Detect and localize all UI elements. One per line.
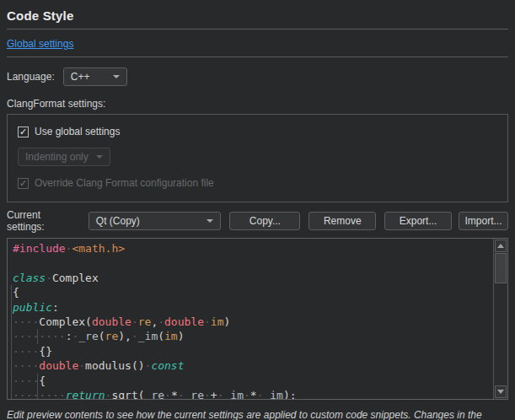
- copy-button[interactable]: Copy...: [229, 212, 300, 230]
- code-line: ····Complex(double·re,·double·im): [13, 315, 493, 329]
- override-checkbox-label: Override Clang Format configuration file: [35, 177, 214, 189]
- language-row: Language: C++: [7, 67, 508, 86]
- indent-guide: [11, 285, 12, 400]
- code-line: class·Complex: [13, 271, 493, 285]
- current-settings-label: Current settings:: [7, 209, 81, 233]
- language-combo-value: C++: [71, 71, 90, 83]
- language-label: Language:: [7, 71, 55, 83]
- current-settings-combo-value: Qt (Copy): [96, 215, 140, 227]
- use-global-settings-checkbox[interactable]: ✓: [18, 127, 29, 137]
- scrollbar-thumb[interactable]: [495, 253, 507, 283]
- clangformat-mode-combo-value: Indenting only: [25, 151, 89, 163]
- scroll-down-icon: [497, 390, 504, 394]
- scroll-down-button[interactable]: [495, 385, 507, 398]
- code-editor-content[interactable]: #include·<math.h> class·Complex{public:·…: [8, 239, 493, 399]
- vertical-scrollbar[interactable]: [493, 239, 507, 399]
- page-title: Code Style: [7, 8, 508, 23]
- code-line: ····double·modulus()·const: [13, 358, 493, 373]
- link-divider: [7, 57, 508, 57]
- language-combo[interactable]: C++: [63, 67, 127, 86]
- code-line: ····{: [13, 374, 493, 388]
- current-settings-row: Current settings: Qt (Copy) Copy... Remo…: [7, 209, 508, 233]
- use-global-settings-label: Use global settings: [35, 126, 120, 137]
- clangformat-mode-combo: Indenting only: [18, 148, 110, 166]
- chevron-down-icon: [113, 75, 120, 78]
- check-icon: ✓: [19, 127, 27, 137]
- code-line: ········return·sqrt(_re·*·_re·+·_im·*·_i…: [13, 388, 493, 400]
- indent-guide: [37, 329, 38, 343]
- code-line: [13, 256, 493, 270]
- use-global-settings-checkbox-row: ✓ Use global settings: [18, 126, 497, 137]
- override-checkbox: ✓: [18, 178, 29, 189]
- title-divider: [7, 29, 508, 30]
- current-settings-combo[interactable]: Qt (Copy): [89, 212, 222, 230]
- code-line: #include·<math.h>: [13, 241, 493, 256]
- check-icon: ✓: [19, 179, 27, 188]
- footer-note: Edit preview contents to see how the cur…: [7, 408, 508, 420]
- chevron-down-icon: [96, 155, 103, 159]
- global-settings-link[interactable]: Global settings: [7, 38, 73, 50]
- code-line: {: [13, 285, 493, 299]
- override-checkbox-row: ✓ Override Clang Format configuration fi…: [18, 177, 497, 189]
- code-preview-editor[interactable]: #include·<math.h> class·Complex{public:·…: [7, 238, 508, 400]
- clangformat-section-label: ClangFormat settings:: [7, 98, 508, 110]
- remove-button[interactable]: Remove: [308, 212, 376, 230]
- scroll-up-icon: [497, 244, 504, 248]
- scroll-up-button[interactable]: [495, 240, 507, 252]
- chevron-down-icon: [207, 219, 213, 223]
- export-button[interactable]: Export...: [384, 212, 452, 230]
- clangformat-groupbox: ✓ Use global settings Indenting only ✓ O…: [7, 114, 508, 202]
- code-line: public:: [13, 300, 493, 315]
- code-line: ········:·_re(re),·_im(im): [13, 329, 493, 343]
- code-line: ····{}: [13, 344, 493, 358]
- indent-guide: [37, 374, 38, 400]
- import-button[interactable]: Import...: [459, 212, 508, 230]
